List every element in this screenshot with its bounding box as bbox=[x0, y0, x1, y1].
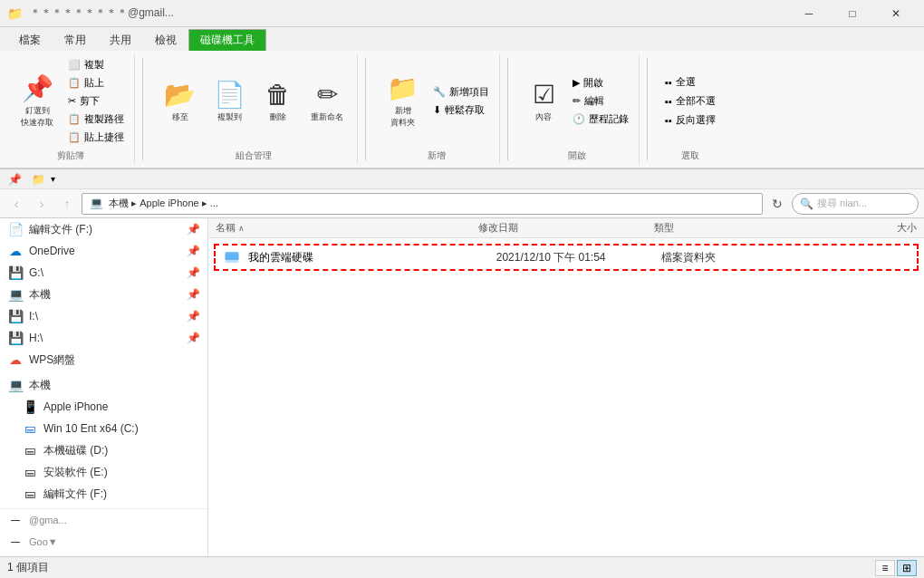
pin-icon: 📌 bbox=[187, 310, 200, 323]
sidebar-item-thispc2[interactable]: 💻 本機 bbox=[0, 374, 207, 396]
win10c-icon: 🖴 bbox=[22, 420, 38, 437]
copy-button[interactable]: ⬜ 複製 bbox=[63, 56, 129, 73]
rename-button[interactable]: ✏ 重新命名 bbox=[303, 75, 351, 128]
i-drive-icon: 💾 bbox=[7, 308, 24, 324]
sidebar-item-wps[interactable]: ☁ WPS網盤 bbox=[0, 349, 207, 371]
sidebar-item-label: G:\ bbox=[29, 266, 43, 279]
easyaccess-button[interactable]: ⬇ 輕鬆存取 bbox=[428, 101, 494, 119]
pin-icon: 📌 bbox=[187, 266, 200, 279]
sidebar: 📄 編輯文件 (F:) 📌 ☁ OneDrive 📌 💾 G:\ 📌 💻 本機 … bbox=[0, 218, 208, 578]
new-buttons: 📁 新增資料夾 🔧 新增項目 ⬇ 輕鬆存取 bbox=[379, 56, 494, 146]
iphone-icon: 📱 bbox=[22, 399, 38, 415]
cut-icon: ✂ bbox=[68, 95, 76, 107]
address-bar-area: ‹ › ↑ 💻 本機 ▸ Apple iPhone ▸ ... ↻ 🔍 搜尋 n… bbox=[0, 189, 924, 218]
view-grid-button[interactable]: ⊞ bbox=[897, 560, 917, 576]
sidebar-item-label: 本機 bbox=[29, 378, 51, 393]
close-button[interactable]: ✕ bbox=[875, 0, 917, 27]
tab-drive-tools[interactable]: 磁碟機工具 bbox=[188, 29, 266, 51]
header-date[interactable]: 修改日期 bbox=[478, 221, 654, 235]
selectall-button[interactable]: ▪▪ 全選 bbox=[660, 73, 700, 91]
move-icon: 📂 bbox=[164, 80, 196, 110]
selectnone-button[interactable]: ▪▪ 全部不選 bbox=[660, 92, 720, 110]
tab-home[interactable]: 常用 bbox=[53, 29, 98, 51]
sidebar-item-onedrive[interactable]: ☁ OneDrive 📌 bbox=[0, 240, 207, 262]
clipboard-label: 剪貼簿 bbox=[57, 146, 84, 162]
content-headers: 名稱 ∧ 修改日期 類型 大小 bbox=[208, 218, 924, 238]
quick-dropdown[interactable]: ▾ bbox=[51, 174, 55, 184]
forward-button[interactable]: › bbox=[31, 193, 53, 215]
newfolder-button[interactable]: 📁 新增資料夾 bbox=[379, 69, 427, 133]
sidebar-item-iphone[interactable]: 📱 Apple iPhone bbox=[0, 396, 207, 418]
header-size[interactable]: 大小 bbox=[829, 221, 917, 235]
myhdd-icon bbox=[223, 248, 241, 266]
copyto-button[interactable]: 📄 複製到 bbox=[206, 75, 254, 128]
content-button[interactable]: ☑ 內容 bbox=[521, 75, 566, 128]
select-buttons: ▪▪ 全選 ▪▪ 全部不選 ▪▪ 反向選擇 bbox=[660, 56, 720, 146]
edit-button[interactable]: ✏ 編輯 bbox=[568, 92, 633, 110]
newfolder-icon: 📁 bbox=[387, 73, 419, 103]
tab-share[interactable]: 共用 bbox=[98, 29, 143, 51]
content-icon: ☑ bbox=[533, 80, 555, 110]
sidebar-item-thispc[interactable]: 💻 本機 📌 bbox=[0, 284, 207, 305]
open-button[interactable]: ▶ 開啟 bbox=[568, 74, 633, 92]
search-box[interactable]: 🔍 搜尋 nian... bbox=[792, 193, 919, 215]
back-button[interactable]: ‹ bbox=[5, 193, 27, 215]
sidebar-bottom-item2[interactable]: ─ Goo▼ bbox=[0, 531, 207, 553]
file-item-myhdd[interactable]: 我的雲端硬碟 2021/12/10 下午 01:54 檔案資料夾 bbox=[214, 244, 919, 271]
paste-icon: 📋 bbox=[68, 77, 81, 89]
sidebar-item-h[interactable]: 💾 H:\ 📌 bbox=[0, 327, 207, 349]
status-view-buttons: ≡ ⊞ bbox=[875, 560, 917, 576]
pin-icon: 📌 bbox=[187, 288, 200, 301]
newitem-button[interactable]: 🔧 新增項目 bbox=[428, 83, 494, 101]
address-box[interactable]: 💻 本機 ▸ Apple iPhone ▸ ... bbox=[82, 193, 763, 215]
ribbon-group-clipboard: 📌 釘選到快速存取 ⬜ 複製 📋 貼上 ✂ 剪下 📋 複製路徑 bbox=[7, 54, 135, 164]
copypath-button[interactable]: 📋 複製路徑 bbox=[63, 111, 129, 128]
quick-pin-btn[interactable]: 📌 bbox=[4, 169, 25, 190]
header-type[interactable]: 類型 bbox=[654, 221, 830, 235]
sidebar-item-g[interactable]: 💾 G:\ 📌 bbox=[0, 262, 207, 284]
title-bar-controls: ─ □ ✕ bbox=[788, 0, 917, 27]
sidebar-item-localD[interactable]: 🖴 本機磁碟 (D:) bbox=[0, 439, 207, 461]
quick-access-bar: 📌 📁 ▾ bbox=[0, 169, 924, 189]
minimize-button[interactable]: ─ bbox=[788, 0, 830, 27]
thispc2-icon: 💻 bbox=[7, 377, 24, 393]
sort-arrow: ∧ bbox=[238, 224, 245, 233]
pin-button[interactable]: 📌 釘選到快速存取 bbox=[13, 69, 62, 133]
h-drive-icon: 💾 bbox=[7, 330, 24, 346]
sidebar-item-label: 本機 bbox=[29, 287, 51, 303]
sidebar-item-documents[interactable]: 📄 編輯文件 (F:) 📌 bbox=[0, 218, 207, 240]
up-button[interactable]: ↑ bbox=[56, 193, 78, 215]
tab-file[interactable]: 檔案 bbox=[7, 29, 53, 51]
delete-icon: 🗑 bbox=[265, 80, 291, 110]
header-name[interactable]: 名稱 ∧ bbox=[216, 221, 478, 235]
sidebar-item-installE[interactable]: 🖴 安裝軟件 (E:) bbox=[0, 461, 207, 483]
pasteshortcut-button[interactable]: 📋 貼上捷徑 bbox=[63, 129, 129, 146]
sidebar-item-label: OneDrive bbox=[29, 245, 75, 257]
refresh-button[interactable]: ↻ bbox=[766, 193, 788, 215]
onedrive-icon: ☁ bbox=[7, 243, 24, 259]
bottom2-icon: ─ bbox=[7, 534, 24, 550]
editF-icon: 🖴 bbox=[22, 486, 38, 502]
invertselect-button[interactable]: ▪▪ 反向選擇 bbox=[660, 111, 720, 129]
sidebar-item-editF[interactable]: 🖴 編輯文件 (F:) bbox=[0, 483, 207, 505]
ribbon-group-new: 📁 新增資料夾 🔧 新增項目 ⬇ 輕鬆存取 新增 bbox=[373, 54, 500, 164]
quick-folder-btn[interactable]: 📁 bbox=[27, 169, 49, 190]
move-button[interactable]: 📂 移至 bbox=[156, 75, 204, 128]
cut-button[interactable]: ✂ 剪下 bbox=[63, 92, 129, 110]
search-icon: 🔍 bbox=[800, 197, 813, 210]
sidebar-bottom-item1[interactable]: ─ @gma... bbox=[0, 509, 207, 531]
maximize-button[interactable]: □ bbox=[832, 0, 873, 27]
sidebar-item-win10c[interactable]: 🖴 Win 10 Ent x64 (C:) bbox=[0, 418, 207, 439]
sidebar-item-label: WPS網盤 bbox=[29, 352, 75, 368]
myhdd-name: 我的雲端硬碟 bbox=[248, 250, 496, 265]
delete-button[interactable]: 🗑 刪除 bbox=[255, 75, 301, 128]
installE-icon: 🖴 bbox=[22, 464, 38, 480]
open-label: 開啟 bbox=[568, 146, 586, 162]
history-button[interactable]: 🕐 歷程記錄 bbox=[568, 111, 633, 128]
tab-view[interactable]: 檢視 bbox=[143, 29, 188, 51]
view-list-button[interactable]: ≡ bbox=[875, 560, 895, 576]
pin-icon: 📌 bbox=[187, 332, 200, 344]
paste-button[interactable]: 📋 貼上 bbox=[63, 74, 129, 92]
sidebar-item-i[interactable]: 💾 I:\ 📌 bbox=[0, 305, 207, 327]
sidebar-item-label: 編輯文件 (F:) bbox=[43, 486, 107, 502]
